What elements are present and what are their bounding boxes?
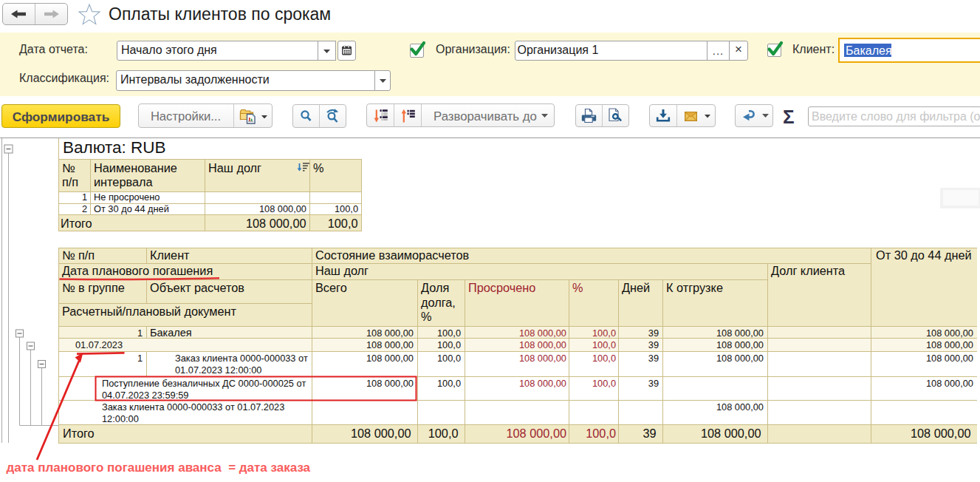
- svg-text:дата планового погашения аванс: дата планового погашения аванса = дата з…: [7, 461, 311, 475]
